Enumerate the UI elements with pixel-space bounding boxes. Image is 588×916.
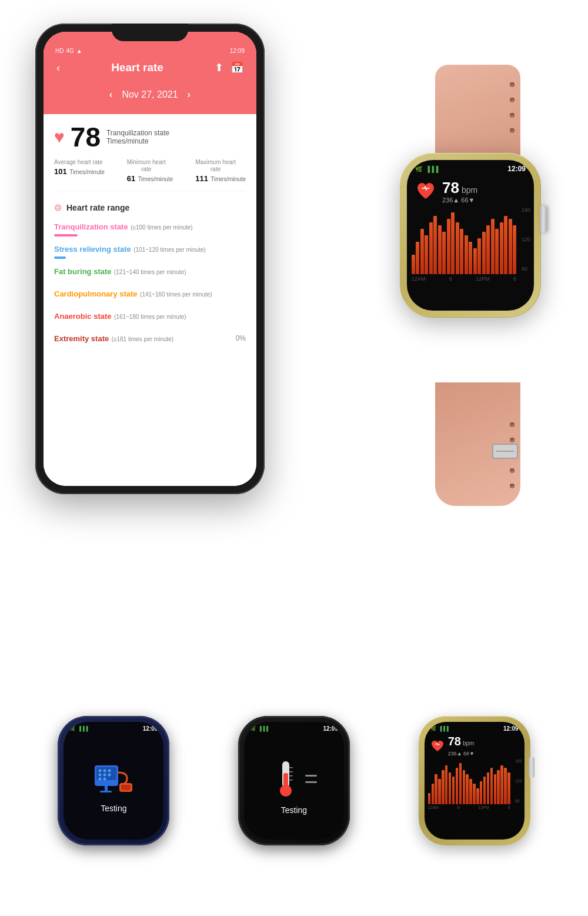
chart-bar [416, 242, 419, 274]
heart-icon: ♥ [54, 127, 65, 147]
sw3-chart: 160 120 60 12AM 6 12PM 6 [425, 759, 524, 840]
svg-point-16 [280, 785, 292, 797]
back-button[interactable]: ‹ [56, 62, 60, 74]
small-watch-2: 🌿 ▐▐▐ 12:09 [238, 716, 350, 845]
watch-hr-info: 78 bpm 236▲ 66▼ [442, 180, 477, 204]
range-item-extremity: Extremity state (≥181 times per minute) … [54, 333, 246, 348]
watch-time-label: 6 [513, 276, 516, 282]
chart-bar [412, 255, 415, 274]
chart-bar [473, 784, 475, 804]
range-item-fat: Fat buring state (121~140 times per minu… [54, 266, 246, 281]
chart-bar [513, 225, 516, 274]
sw2-content: Testing [244, 733, 344, 840]
bottom-section: 🌿 ▐▐▐ 12:09 [0, 669, 588, 892]
buckle-bar [496, 451, 514, 452]
min-hr-stat: Minimum heartrate 61 Times/minute [127, 159, 173, 184]
range-item-stress: Stress relieving state (101~120 times pe… [54, 244, 246, 259]
small-watch-case-3: 🌿 ▐▐▐ 12:09 78 bpm [419, 716, 530, 845]
calendar-button[interactable]: 📅 [230, 61, 243, 74]
chart-bar [432, 784, 434, 804]
small-watch-1: 🌿 ▐▐▐ 12:09 [58, 716, 169, 845]
svg-rect-18 [289, 771, 293, 772]
small-watch-screen-2: 🌿 ▐▐▐ 12:09 [244, 722, 344, 840]
range-bar-stress [54, 257, 66, 259]
watch-time: 12:09 [507, 165, 526, 173]
small-watch-case-1: 🌿 ▐▐▐ 12:09 [58, 716, 169, 845]
svg-rect-10 [105, 786, 108, 791]
small-watch-case-2: 🌿 ▐▐▐ 12:09 [238, 716, 350, 845]
svg-point-6 [103, 774, 106, 777]
chart-bar [420, 229, 424, 274]
chart-bar [500, 765, 503, 804]
svg-point-5 [103, 770, 106, 772]
svg-point-3 [98, 774, 101, 777]
sw3-hr-info: 78 bpm 236▲ 66▼ [448, 735, 475, 758]
watch-hr-sub: 236▲ 66▼ [442, 196, 477, 204]
chart-bar [500, 222, 503, 274]
watch-hr-bpm: bpm [462, 185, 477, 195]
chart-bar [477, 238, 481, 274]
chart-bar [465, 235, 468, 274]
date-display: Nov 27, 2021 [122, 89, 178, 100]
watch-heart-container [415, 181, 436, 202]
chart-bar [456, 222, 459, 274]
chart-bar [487, 772, 489, 804]
small-watch-screen-1: 🌿 ▐▐▐ 12:09 [64, 722, 163, 840]
date-next-button[interactable]: › [188, 89, 191, 100]
chart-bar [504, 768, 506, 804]
max-hr-label: Maximum heartrate [195, 159, 236, 173]
band-holes-top [510, 82, 514, 133]
chart-bar [438, 779, 440, 804]
chart-bar [451, 212, 455, 274]
band-hole [510, 484, 514, 488]
chart-bar [504, 216, 507, 274]
min-hr-label: Minimum heartrate [127, 159, 166, 173]
main-watch: 🌿 ▐▐▐ 12:09 78 [329, 65, 576, 506]
chart-bar [491, 219, 495, 274]
header-nav: ‹ Heart rate ⬆ 📅 [44, 61, 256, 74]
range-icon: ⊜ [54, 202, 62, 213]
chart-bar [456, 768, 458, 804]
chart-bar [428, 793, 430, 804]
band-hole [510, 98, 514, 102]
top-section: HD 4G ▲ 12:09 ‹ Heart rate ⬆ [0, 18, 588, 535]
range-bar-tranquilization [54, 234, 78, 237]
chart-bar [442, 232, 446, 274]
sw3-hr-bpm: bpm [463, 740, 474, 747]
svg-point-2 [98, 770, 101, 772]
hr-unit-label: Times/minute [106, 137, 169, 145]
chart-bar [442, 770, 444, 804]
thermometer-icon [271, 758, 300, 800]
svg-rect-13 [121, 785, 131, 790]
chart-bar [433, 216, 437, 274]
sw3-chart-labels: 160 120 60 [515, 759, 522, 803]
watch-time-label: 12PM [476, 276, 490, 282]
status-left: HD 4G ▲ [55, 48, 82, 54]
chart-bar [438, 225, 442, 274]
watch-bars [412, 209, 529, 274]
sw3-signal: 🌿 ▐▐▐ [430, 726, 449, 731]
band-hole [510, 82, 514, 87]
svg-point-7 [103, 778, 106, 781]
chart-bar [497, 770, 499, 804]
band-hole [510, 422, 514, 427]
svg-rect-19 [289, 775, 293, 777]
share-button[interactable]: ⬆ [215, 61, 223, 74]
watch-chart: 160 120 60 12AM 6 12PM 6 [407, 207, 534, 287]
chart-bar [469, 242, 472, 274]
sw2-signal: 🌿 ▐▐▐ [250, 726, 268, 731]
watch-chart-labels: 160 120 60 [522, 207, 530, 272]
svg-rect-20 [289, 780, 293, 781]
watch-crown [540, 206, 547, 232]
watch-hr-number: 78 [442, 180, 459, 195]
phone-mockup: HD 4G ▲ 12:09 ‹ Heart rate ⬆ [35, 24, 265, 494]
band-hole [510, 128, 514, 133]
chart-bar [495, 229, 499, 274]
sw3-crown [529, 757, 534, 778]
small-watch-screen-3: 🌿 ▐▐▐ 12:09 78 bpm [425, 722, 524, 840]
sw1-time: 12:09 [143, 725, 158, 732]
date-prev-button[interactable]: ‹ [109, 89, 112, 100]
hr-state-label: Tranquilization state [106, 129, 169, 137]
svg-rect-17 [289, 767, 293, 768]
watch-time-labels: 12AM 6 12PM 6 [412, 276, 529, 282]
